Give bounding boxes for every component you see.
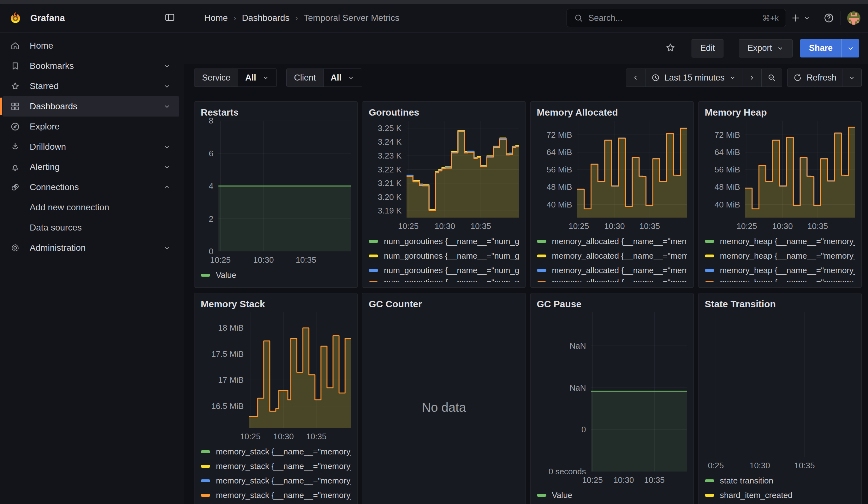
legend-swatch [537, 494, 546, 497]
add-button[interactable] [790, 13, 810, 23]
panel-title[interactable]: Memory Heap [705, 106, 855, 119]
panel-title[interactable]: Memory Allocated [537, 106, 687, 119]
divider [840, 11, 841, 25]
legend-item[interactable]: num_goroutines {__name__="num_go [369, 234, 519, 248]
chevron-down-icon[interactable] [163, 102, 171, 111]
chevron-down-icon[interactable] [163, 62, 171, 70]
legend-label: memory_heap {__name__="memory_h [720, 278, 855, 282]
y-tick-label: 2 [209, 214, 213, 224]
panel-title[interactable]: Goroutines [369, 106, 519, 119]
legend-item[interactable]: memory_stack {__name__="memory_s [201, 459, 351, 473]
plot-region[interactable] [406, 121, 519, 218]
export-button[interactable]: Export [739, 39, 793, 58]
legend-item[interactable]: memory_stack {__name__="memory_s [201, 488, 351, 502]
legend-item[interactable]: memory_heap {__name__="memory_h [705, 234, 855, 248]
share-button[interactable]: Share [800, 39, 841, 58]
plot-region[interactable] [249, 312, 351, 428]
brand-title: Grafana [30, 13, 164, 23]
refresh-icon [793, 73, 802, 82]
sidebar-item-explore[interactable]: Explore [2, 116, 179, 137]
sidebar-item-starred[interactable]: Starred [2, 76, 179, 96]
time-zoom-out-button[interactable] [761, 69, 782, 86]
chevron-up-icon[interactable] [163, 183, 171, 192]
legend-label: shard_item_created [720, 491, 793, 500]
legend-item[interactable]: memory_allocated {__name__="memo [537, 263, 687, 278]
legend: Value [537, 485, 687, 502]
panel-title[interactable]: Memory Stack [201, 298, 351, 310]
legend-item[interactable]: memory_heap {__name__="memory_h [705, 263, 855, 278]
sidebar-item-administration[interactable]: Administration [2, 238, 179, 258]
legend-label: num_goroutines {__name__="num_go [384, 251, 519, 261]
panel-title[interactable]: GC Pause [537, 298, 687, 310]
time-back-button[interactable] [626, 69, 645, 86]
legend-item[interactable]: memory_allocated {__name__="memo [537, 278, 687, 282]
x-tick-label: 10:35 [306, 432, 327, 442]
toggle-sidebar-icon[interactable] [164, 12, 175, 24]
sidebar-item-dashboards[interactable]: Dashboards [2, 96, 179, 116]
sidebar-item-data-sources[interactable]: Data sources [2, 218, 179, 238]
legend-item[interactable]: memory_allocated {__name__="memo [537, 248, 687, 263]
legend-item[interactable]: num_goroutines {__name__="num_go [369, 248, 519, 263]
panel-title[interactable]: GC Counter [369, 298, 519, 310]
chevron-down-icon[interactable] [163, 163, 171, 171]
plot-region[interactable] [218, 121, 351, 251]
x-tick-label: 10:25 [568, 222, 589, 231]
time-forward-button[interactable] [742, 69, 761, 86]
sidebar-item-connections[interactable]: Connections [2, 177, 179, 197]
panel-goroutines: Goroutines3.19 K3.20 K3.21 K3.22 K3.23 K… [362, 101, 526, 288]
plus-icon [790, 13, 801, 23]
panel-title[interactable]: State Transition [705, 298, 855, 310]
search-input[interactable]: Search... ⌘+k [567, 9, 786, 27]
x-tick-label: 10:25 [736, 222, 757, 231]
legend-item[interactable]: memory_heap {__name__="memory_h [705, 278, 855, 282]
legend-item[interactable]: num_goroutines {__name__="num_go [369, 263, 519, 278]
sidebar-item-add-new-connection[interactable]: Add new connection [2, 197, 179, 218]
legend-item[interactable]: memory_stack {__name__="memory_s [201, 473, 351, 488]
chevron-left-icon [632, 74, 640, 81]
edit-button[interactable]: Edit [692, 39, 723, 58]
breadcrumb-home[interactable]: Home [204, 13, 228, 23]
legend-item[interactable]: state transition [705, 473, 855, 488]
legend-item[interactable]: num_goroutines {__name__="num_go [369, 278, 519, 282]
x-tick-label: 10:35 [471, 222, 491, 231]
legend-item[interactable]: shard_item_created [705, 488, 855, 502]
chevron-down-icon[interactable] [163, 82, 171, 90]
panel-title[interactable]: Restarts [201, 106, 351, 119]
plot-region[interactable] [745, 121, 855, 218]
legend-label: Value [552, 491, 572, 500]
x-tick-label: 10:25 [240, 432, 260, 442]
x-tick-label: 10:30 [604, 222, 624, 231]
legend-item[interactable]: memory_stack {__name__="memory_s [201, 444, 351, 459]
share-menu-button[interactable] [841, 39, 859, 58]
refresh-interval-button[interactable] [842, 69, 861, 86]
refresh-button[interactable]: Refresh [787, 69, 842, 86]
legend-label: memory_stack {__name__="memory_s [216, 491, 351, 500]
user-avatar[interactable] [847, 11, 860, 25]
divider [731, 42, 731, 55]
plot-region[interactable] [591, 312, 687, 472]
sidebar-item-label: Add new connection [30, 203, 171, 213]
sidebar-item-home[interactable]: Home [2, 36, 179, 56]
help-button[interactable] [824, 13, 834, 23]
chevron-down-icon[interactable] [163, 143, 171, 151]
sidebar-item-label: Drilldown [30, 142, 163, 152]
breadcrumb: Home › Dashboards › Temporal Server Metr… [204, 13, 399, 23]
favorite-star-button[interactable] [665, 42, 676, 55]
legend-item[interactable]: Value [201, 268, 351, 282]
plot-region[interactable] [709, 312, 855, 457]
sidebar-item-alerting[interactable]: Alerting [2, 157, 179, 177]
legend-item[interactable]: memory_allocated {__name__="memo [537, 234, 687, 248]
breadcrumb-dashboards[interactable]: Dashboards [242, 13, 289, 23]
legend-item[interactable]: memory_heap {__name__="memory_h [705, 248, 855, 263]
variable-client-dropdown[interactable]: Client All [286, 69, 362, 87]
sidebar-item-drilldown[interactable]: Drilldown [2, 137, 179, 157]
variable-service-dropdown[interactable]: Service All [194, 69, 277, 87]
sidebar-item-bookmarks[interactable]: Bookmarks [2, 56, 179, 76]
legend-item[interactable]: Value [537, 488, 687, 502]
y-tick-label: 17.5 MiB [211, 349, 244, 359]
plot-region[interactable] [577, 121, 687, 218]
x-tick-label: 10:35 [794, 461, 815, 471]
chevron-down-icon[interactable] [163, 244, 171, 252]
time-range-button[interactable]: Last 15 minutes [645, 69, 742, 86]
grafana-logo-icon[interactable] [8, 11, 23, 25]
